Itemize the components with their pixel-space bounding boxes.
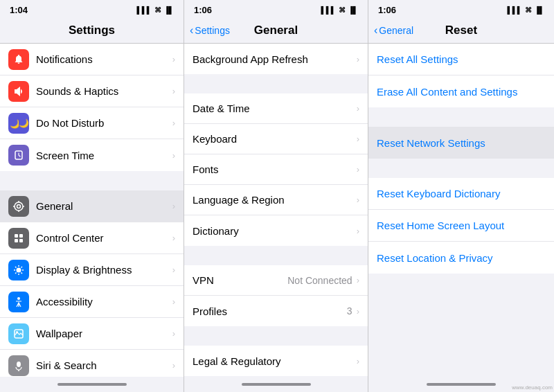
status-bar-1: 1:04 ▌▌▌ ⌘ ▐▌ — [0, 0, 184, 19]
svg-text:🌙: 🌙 — [10, 118, 19, 128]
settings-item-notifications[interactable]: Notifications › — [0, 44, 184, 75]
general-item-profiles[interactable]: Profiles 3 › — [184, 296, 368, 326]
reset-item-keyboard[interactable]: Reset Keyboard Dictionary — [368, 178, 554, 210]
general-group-3: VPN Not Connected › Profiles 3 › — [184, 265, 368, 326]
donotdisturb-icon: 🌙 🌙 — [8, 113, 29, 134]
reset-item-allsettings[interactable]: Reset All Settings — [368, 44, 554, 75]
sounds-chevron: › — [172, 86, 175, 96]
datetime-chevron: › — [357, 103, 359, 114]
allsettings-label: Reset All Settings — [377, 53, 546, 65]
back-chevron-reset: ‹ — [374, 24, 377, 37]
status-bar-2: 1:06 ▌▌▌ ⌘ ▐▌ — [184, 0, 368, 19]
profiles-label: Profiles — [193, 305, 347, 317]
back-button-reset[interactable]: ‹ General — [374, 24, 413, 37]
general-item-bgrefresh[interactable]: Background App Refresh › — [184, 44, 368, 74]
general-item-language[interactable]: Language & Region › — [184, 185, 368, 215]
section-group-1: Notifications › Sounds & Haptics › 🌙 🌙 D… — [0, 44, 184, 171]
settings-item-display[interactable]: Display & Brightness › — [0, 254, 184, 286]
general-item-vpn[interactable]: VPN Not Connected › — [184, 265, 368, 296]
watermark: www.deuaq.com — [512, 384, 553, 391]
vpn-value: Not Connected — [287, 275, 352, 286]
sounds-icon — [8, 81, 29, 102]
general-item-legal[interactable]: Legal & Regulatory › — [184, 346, 368, 376]
settings-item-accessibility[interactable]: Accessibility › — [0, 286, 184, 318]
svg-rect-11 — [19, 239, 23, 242]
siri-chevron: › — [172, 360, 175, 371]
svg-rect-10 — [15, 239, 18, 242]
general-item-datetime[interactable]: Date & Time › — [184, 93, 368, 124]
battery-icon-status-2: ▐▌ — [348, 6, 358, 14]
back-button-general[interactable]: ‹ Settings — [190, 24, 230, 37]
status-icons-3: ▌▌▌ ⌘ ▐▌ — [508, 6, 544, 14]
status-icons-2: ▌▌▌ ⌘ ▐▌ — [321, 6, 358, 14]
notifications-icon — [8, 49, 29, 70]
bgrefresh-label: Background App Refresh — [193, 53, 357, 65]
keyboard-dict-label: Reset Keyboard Dictionary — [377, 188, 546, 199]
status-icons-1: ▌▌▌ ⌘ ▐▌ — [137, 6, 174, 14]
keyboard-label: Keyboard — [193, 133, 357, 145]
wallpaper-chevron: › — [172, 328, 175, 339]
settings-item-controlcenter[interactable]: Control Center › — [0, 222, 184, 254]
siri-label: Siri & Search — [36, 359, 170, 371]
dictionary-label: Dictionary — [193, 225, 357, 237]
general-item-dictionary[interactable]: Dictionary › — [184, 215, 368, 246]
section-group-2: General › Control Center › — [0, 190, 184, 377]
settings-item-wallpaper[interactable]: Wallpaper › — [0, 318, 184, 350]
general-item-fonts[interactable]: Fonts › — [184, 154, 368, 185]
settings-item-siri[interactable]: Siri & Search › — [0, 350, 184, 377]
datetime-label: Date & Time — [193, 103, 357, 114]
settings-item-donotdisturb[interactable]: 🌙 🌙 Do Not Disturb › — [0, 107, 184, 139]
wallpaper-icon — [8, 323, 29, 344]
reset-item-location[interactable]: Reset Location & Privacy — [368, 242, 554, 274]
wifi-icon: ⌘ — [154, 6, 161, 14]
screentime-label: Screen Time — [36, 150, 170, 161]
general-list: Background App Refresh › Date & Time › K… — [184, 44, 368, 377]
general-group-1: Background App Refresh › — [184, 44, 368, 74]
display-chevron: › — [172, 265, 175, 275]
svg-line-18 — [21, 272, 23, 274]
general-group-2: Date & Time › Keyboard › Fonts › Languag… — [184, 93, 368, 246]
signal-icon-2: ▌▌▌ — [321, 6, 336, 14]
vpn-chevron: › — [357, 275, 359, 285]
controlcenter-label: Control Center — [36, 232, 170, 244]
accessibility-icon — [8, 292, 29, 312]
bgrefresh-chevron: › — [357, 54, 359, 64]
wifi-icon-3: ⌘ — [525, 6, 532, 14]
fonts-label: Fonts — [193, 163, 357, 175]
siri-icon — [8, 355, 29, 376]
notifications-label: Notifications — [36, 53, 170, 65]
spacer-1 — [0, 171, 184, 190]
accessibility-label: Accessibility — [36, 296, 170, 308]
wifi-icon-2: ⌘ — [339, 6, 346, 14]
general-label: General — [36, 200, 170, 212]
home-bar-3 — [427, 383, 496, 386]
reset-item-network[interactable]: Reset Network Settings — [368, 127, 554, 159]
settings-item-sounds[interactable]: Sounds & Haptics › — [0, 75, 184, 107]
reset-group-1: Reset All Settings Erase All Content and… — [368, 44, 554, 107]
profiles-chevron: › — [357, 306, 359, 317]
settings-nav-bar: Settings — [0, 19, 184, 44]
vpn-label: VPN — [193, 274, 287, 286]
back-label-general: Settings — [195, 25, 230, 36]
general-icon — [8, 196, 29, 217]
home-layout-label: Reset Home Screen Layout — [377, 220, 546, 231]
svg-point-3 — [15, 202, 23, 211]
reset-item-eraseall[interactable]: Erase All Content and Settings — [368, 75, 554, 107]
g-spacer-1 — [184, 74, 368, 93]
status-time-3: 1:06 — [378, 5, 396, 15]
general-item-keyboard[interactable]: Keyboard › — [184, 124, 368, 154]
home-bar-2 — [242, 383, 311, 386]
settings-item-general[interactable]: General › — [0, 190, 184, 222]
battery-icon-status: ▐▌ — [164, 6, 174, 14]
donotdisturb-chevron: › — [172, 118, 175, 128]
legal-chevron: › — [357, 356, 359, 366]
home-bar-1 — [57, 383, 127, 386]
svg-point-12 — [17, 267, 21, 272]
svg-line-19 — [21, 267, 23, 268]
notifications-chevron: › — [172, 54, 175, 64]
settings-item-screentime[interactable]: Screen Time › — [0, 139, 184, 171]
svg-point-24 — [17, 362, 21, 367]
reset-item-home[interactable]: Reset Home Screen Layout — [368, 210, 554, 242]
signal-icon: ▌▌▌ — [137, 6, 152, 14]
g-spacer-2 — [184, 246, 368, 265]
